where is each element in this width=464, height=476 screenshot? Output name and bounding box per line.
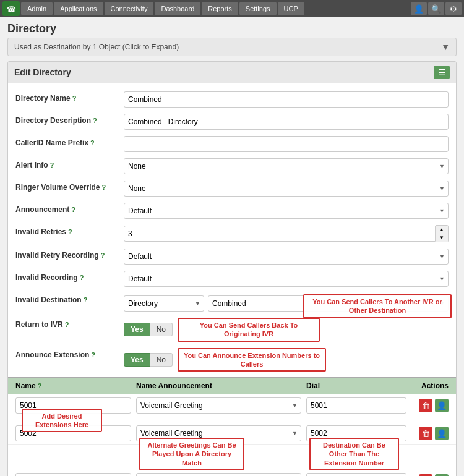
invalid-recording-row: Invalid Recording ? Default (8, 268, 456, 290)
expand-bar-text: Used as Destination by 1 Object (Click t… (14, 43, 179, 51)
directory-name-label: Directory Name ? (15, 91, 124, 103)
row3-announce-select[interactable]: Voicemail Greeting (136, 473, 301, 476)
col-announce: Name Announcement (136, 381, 306, 390)
help-icon-dest[interactable]: ? (84, 296, 88, 304)
help-icon[interactable]: ? (72, 95, 77, 102)
help-icon-announcement[interactable]: ? (71, 206, 75, 213)
row1-announce: Voicemail Greeting (136, 397, 306, 414)
row3-dial (306, 473, 411, 476)
table-row: Add Desired Extensions Here Voicemail Gr… (8, 394, 456, 417)
alert-info-select[interactable]: None (124, 158, 449, 174)
invalid-recording-control: Default (124, 271, 449, 287)
nav-admin[interactable]: Admin (21, 2, 53, 15)
row2-delete-button[interactable]: 🗑 (419, 427, 432, 440)
send-back-annotation: You Can Send Callers Back To Originating… (178, 318, 320, 342)
row2-dial: Destination Can Be Other Than The Extens… (306, 425, 411, 441)
nav-applications[interactable]: Applications (54, 2, 103, 15)
directory-name-input[interactable] (124, 91, 449, 108)
form-body: Directory Name ? Directory Description ?… (8, 83, 456, 476)
return-ivr-no[interactable]: No (150, 323, 173, 336)
ringer-override-row: Ringer Volume Override ? None (8, 177, 456, 200)
row1-announce-select[interactable]: Voicemail Greeting (136, 397, 301, 414)
directory-desc-input[interactable] (124, 114, 449, 130)
announcement-control: Default (124, 203, 449, 219)
directory-desc-row: Directory Description ? (8, 111, 456, 133)
invalid-destination-row: Invalid Destination ? Directory Combined (8, 290, 456, 315)
invalid-retry-rec-label: Invalid Retry Recording ? (15, 249, 124, 260)
help-icon-alert[interactable]: ? (50, 161, 54, 169)
table-row: Voicemail Greeting 🗑 👤 (8, 470, 456, 476)
user-icon-btn[interactable]: 👤 (411, 2, 427, 15)
ringer-override-label: Ringer Volume Override ? (15, 181, 124, 192)
spinner-down[interactable]: ▼ (436, 234, 448, 242)
help-icon-retries[interactable]: ? (68, 228, 72, 236)
settings-icon-btn[interactable]: ⚙ (445, 2, 462, 15)
row3-name (15, 473, 136, 476)
table-header: Name ? Name Announcement Dial Actions (8, 377, 456, 394)
row1-user-button[interactable]: 👤 (435, 399, 449, 412)
announcement-select[interactable]: Default (124, 203, 449, 219)
callerid-prefix-label: CallerID Name Prefix ? (15, 136, 124, 147)
row1-delete-button[interactable]: 🗑 (419, 399, 432, 412)
nav-dashboard[interactable]: Dashboard (155, 2, 200, 15)
return-ivr-toggle: Yes No (124, 323, 173, 336)
nav-ucp[interactable]: UCP (278, 2, 304, 15)
callerid-prefix-control (124, 136, 449, 152)
col-name: Name ? (15, 381, 136, 390)
svg-text:☎: ☎ (7, 5, 16, 14)
alert-info-row: Alert Info ? None (8, 155, 456, 177)
invalid-retry-rec-row: Invalid Retry Recording ? Default (8, 245, 456, 268)
help-icon-callerid[interactable]: ? (90, 139, 95, 147)
return-ivr-row: Return to IVR ? Yes No You Can Send Call… (8, 315, 456, 345)
invalid-retries-control: ▲ ▼ (124, 225, 449, 242)
panel-menu-button[interactable]: ☰ (434, 66, 450, 79)
callerid-prefix-input[interactable] (124, 136, 449, 152)
top-navigation: ☎ Admin Applications Connectivity Dashbo… (0, 0, 464, 17)
spinner-buttons: ▲ ▼ (436, 225, 449, 242)
row2-user-button[interactable]: 👤 (435, 427, 449, 440)
announce-ext-no[interactable]: No (150, 353, 173, 367)
row3-dial-input[interactable] (306, 473, 406, 476)
ringer-override-control: None (124, 181, 449, 197)
row2-actions: 🗑 👤 (411, 427, 449, 440)
ringer-override-select[interactable]: None (124, 181, 449, 197)
help-icon-name-col[interactable]: ? (38, 382, 42, 389)
expand-bar[interactable]: Used as Destination by 1 Object (Click t… (7, 38, 457, 56)
announce-ext-yes[interactable]: Yes (124, 353, 150, 367)
directory-desc-control (124, 114, 449, 130)
invalid-retry-rec-select[interactable]: Default (124, 249, 449, 265)
search-icon-btn[interactable]: 🔍 (428, 2, 444, 15)
main-panel: Edit Directory ☰ Directory Name ? Direct… (7, 61, 457, 476)
row3-name-input[interactable] (15, 473, 131, 476)
announce-ext-row: Announce Extension ? Yes No You Can Anno… (8, 345, 456, 375)
col-dial: Dial (306, 381, 411, 390)
send-callers-annotation: You Can Send Callers To Another IVR or O… (303, 294, 452, 318)
directory-name-control (124, 91, 449, 108)
help-icon-announce-ext[interactable]: ? (91, 351, 95, 359)
row1-name: Add Desired Extensions Here (15, 397, 136, 414)
help-icon-recording[interactable]: ? (80, 274, 84, 281)
help-icon-ringer[interactable]: ? (101, 184, 106, 191)
invalid-retries-label: Invalid Retries ? (15, 225, 124, 236)
invalid-retries-input[interactable] (124, 226, 436, 242)
row1-dial (306, 397, 411, 414)
help-icon-desc[interactable]: ? (93, 117, 97, 124)
nav-connectivity[interactable]: Connectivity (105, 2, 154, 15)
help-icon-ivr[interactable]: ? (65, 321, 69, 328)
return-ivr-yes[interactable]: Yes (124, 323, 150, 336)
announcement-row: Announcement ? Default (8, 200, 456, 222)
announce-ext-label: Announce Extension ? (15, 348, 124, 359)
alert-info-label: Alert Info ? (15, 158, 124, 169)
row1-dial-input[interactable] (306, 397, 406, 414)
announce-ext-control: Yes No You Can Announce Extension Number… (124, 348, 449, 372)
spinner-up[interactable]: ▲ (436, 226, 448, 234)
help-icon-retry-rec[interactable]: ? (101, 252, 105, 259)
callerid-prefix-row: CallerID Name Prefix ? (8, 133, 456, 155)
invalid-recording-select[interactable]: Default (124, 271, 449, 287)
panel-title: Edit Directory (14, 67, 71, 77)
nav-settings[interactable]: Settings (239, 2, 277, 15)
extensions-table: Name ? Name Announcement Dial Actions Ad… (8, 377, 456, 476)
nav-reports[interactable]: Reports (202, 2, 238, 15)
row1-actions: 🗑 👤 (411, 399, 449, 412)
invalid-dest-type-select[interactable]: Directory (124, 295, 204, 312)
